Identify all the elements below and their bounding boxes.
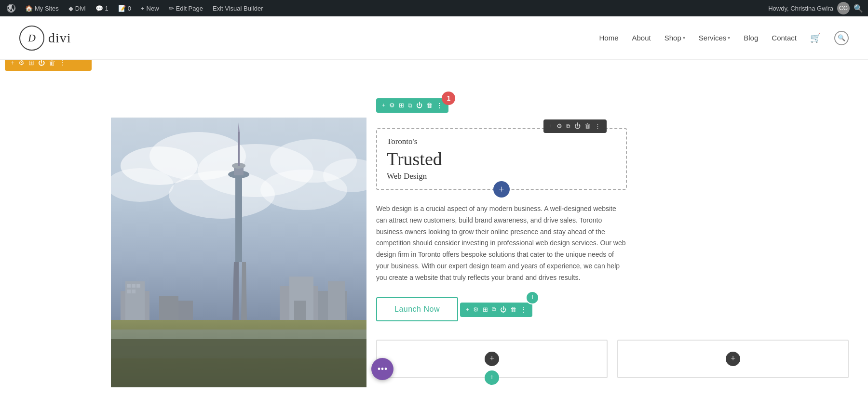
nav-search-icon[interactable]: 🔍 xyxy=(834,31,849,45)
floating-purple-button[interactable]: ••• xyxy=(371,358,393,380)
comments-item[interactable]: 💬 1 xyxy=(94,5,110,12)
logo-letter: D xyxy=(28,32,36,44)
user-greeting: Howdy, Christina Gwira xyxy=(768,5,833,12)
shop-chevron: ▾ xyxy=(683,35,685,40)
bottom-col-1: + + xyxy=(376,340,608,378)
edit-page-item[interactable]: ✏ Edit Page xyxy=(167,5,205,12)
my-sites-item[interactable]: 🏠 My Sites xyxy=(23,5,61,12)
right-column: + ⚙ ⊞ ⧉ ⏻ 🗑 ⋮ 1 + ⚙ ⧉ ⏻ 🗑 ⋮ Toronto's T xyxy=(366,89,868,407)
module-add-circle-btn[interactable]: + xyxy=(493,181,510,198)
svg-rect-23 xyxy=(136,284,140,288)
exit-vb-label: Exit Visual Builder xyxy=(213,5,263,12)
svg-rect-24 xyxy=(127,290,131,293)
module-clone-icon[interactable]: ⧉ xyxy=(566,123,570,130)
wordpress-icon[interactable] xyxy=(5,4,17,13)
section-columns-icon[interactable]: ⊞ xyxy=(28,59,34,67)
col1-green-btn[interactable]: + xyxy=(485,370,499,385)
svg-point-10 xyxy=(260,170,347,210)
comments-icon: 💬 xyxy=(95,5,103,12)
module-delete-icon[interactable]: 🗑 xyxy=(584,122,591,130)
badge-number: 1 xyxy=(442,92,455,105)
bottom-col-2: + xyxy=(617,340,849,378)
cart-icon[interactable]: 🛒 xyxy=(810,33,821,43)
bottom-columns-icon[interactable]: ⊞ xyxy=(483,306,488,314)
nav-contact[interactable]: Contact xyxy=(772,34,797,42)
divi-item[interactable]: ◆ Divi xyxy=(67,5,88,12)
edit-page-label: Edit Page xyxy=(176,5,203,12)
my-sites-icon: 🏠 xyxy=(25,5,33,12)
city-skyline-svg xyxy=(111,118,366,387)
site-logo: D divi xyxy=(19,26,71,51)
bottom-add-icon[interactable]: + xyxy=(466,306,469,314)
bottom-columns: + + + xyxy=(376,340,849,378)
bottom-row-wrapper: + ⚙ ⊞ ⧉ ⏻ 🗑 ⋮ + xyxy=(460,298,532,317)
row-delete-icon[interactable]: 🗑 xyxy=(426,102,433,109)
module-more-icon[interactable]: ⋮ xyxy=(595,122,601,130)
comments-count: 1 xyxy=(105,5,108,12)
bottom-settings-icon[interactable]: ⚙ xyxy=(473,306,479,314)
nav-services[interactable]: Services ▾ xyxy=(699,34,731,42)
plus-icon: + xyxy=(141,5,145,12)
nav-shop[interactable]: Shop ▾ xyxy=(665,34,685,42)
section-more-icon[interactable]: ⋮ xyxy=(59,59,66,67)
section-delete-icon[interactable]: 🗑 xyxy=(49,59,55,67)
heading-accent: Web Design xyxy=(387,172,616,181)
nav-home[interactable]: Home xyxy=(599,34,618,42)
row-clone-icon[interactable]: ⧉ xyxy=(408,102,412,109)
services-chevron: ▾ xyxy=(728,35,730,40)
svg-rect-13 xyxy=(235,175,242,262)
new-item[interactable]: + New xyxy=(139,5,161,12)
bottom-more-icon[interactable]: ⋮ xyxy=(520,306,527,314)
bottom-delete-icon[interactable]: 🗑 xyxy=(510,306,516,314)
module-settings-icon[interactable]: ⚙ xyxy=(556,122,562,130)
launch-now-button[interactable]: Launch Now xyxy=(376,297,458,321)
section-settings-icon[interactable]: ⚙ xyxy=(18,59,25,67)
exit-vb-item[interactable]: Exit Visual Builder xyxy=(211,5,265,12)
search-icon[interactable]: 🔍 xyxy=(854,4,863,13)
module-add-icon[interactable]: + xyxy=(549,122,553,130)
purple-btn-icon: ••• xyxy=(377,364,387,375)
my-sites-label: My Sites xyxy=(35,5,59,12)
section-add-icon[interactable]: + xyxy=(11,59,14,67)
module-editor: + ⚙ ⧉ ⏻ 🗑 ⋮ Toronto's Trusted Web Design… xyxy=(376,128,627,190)
row-settings-icon[interactable]: ⚙ xyxy=(389,102,395,109)
section-toggle-icon[interactable]: ⏻ xyxy=(38,59,45,67)
main-content: + ⚙ ⊞ ⧉ ⏻ 🗑 ⋮ 1 + ⚙ ⧉ ⏻ 🗑 ⋮ Toronto's T xyxy=(0,60,868,407)
svg-rect-21 xyxy=(127,284,131,288)
bottom-toggle-icon[interactable]: ⏻ xyxy=(500,306,506,314)
svg-rect-29 xyxy=(328,281,345,320)
module-toolbar: + ⚙ ⧉ ⏻ 🗑 ⋮ xyxy=(543,119,607,133)
svg-rect-30 xyxy=(159,296,178,320)
heading-small: Toronto's xyxy=(387,137,616,146)
col1-add-btn[interactable]: + xyxy=(485,352,499,366)
svg-rect-32 xyxy=(294,301,306,320)
new-label: New xyxy=(147,5,159,12)
logo-text: divi xyxy=(48,30,71,46)
notes-icon: 📝 xyxy=(118,5,126,12)
pencil-icon: ✏ xyxy=(169,5,174,12)
row-toggle-icon[interactable]: ⏻ xyxy=(416,102,422,109)
svg-rect-34 xyxy=(111,339,366,387)
row-add-icon[interactable]: + xyxy=(382,102,385,109)
site-nav: D divi Home About Shop ▾ Services ▾ Blog… xyxy=(0,16,868,60)
nav-menu: Home About Shop ▾ Services ▾ Blog Contac… xyxy=(599,31,849,45)
logo-circle: D xyxy=(19,26,44,51)
avatar[interactable]: CG xyxy=(837,2,850,14)
left-column xyxy=(0,89,366,407)
notes-item[interactable]: 📝 0 xyxy=(116,5,133,12)
row-more-icon[interactable]: ⋮ xyxy=(436,102,443,109)
bottom-add-teal-btn[interactable]: + xyxy=(526,291,539,304)
heading-large: Trusted xyxy=(387,148,616,170)
nav-about[interactable]: About xyxy=(632,34,651,42)
divi-label: Divi xyxy=(75,5,86,12)
module-toggle-icon[interactable]: ⏻ xyxy=(574,122,581,130)
col2-add-btn[interactable]: + xyxy=(726,352,740,366)
svg-point-9 xyxy=(169,171,275,219)
nav-blog[interactable]: Blog xyxy=(744,34,758,42)
admin-bar-right: Howdy, Christina Gwira CG 🔍 xyxy=(768,2,863,14)
svg-rect-31 xyxy=(178,301,193,320)
body-text: Web design is a crucial aspect of any mo… xyxy=(376,203,627,284)
row-columns-icon[interactable]: ⊞ xyxy=(399,102,404,109)
svg-rect-25 xyxy=(132,290,136,293)
bottom-clone-icon[interactable]: ⧉ xyxy=(492,306,496,313)
